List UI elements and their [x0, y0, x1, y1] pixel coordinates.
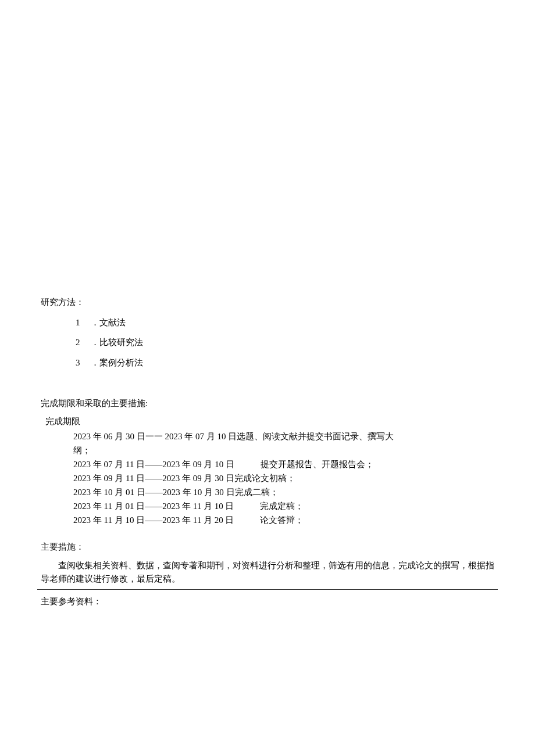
- list-item: 1．文献法: [76, 314, 494, 331]
- research-methods-list: 1．文献法 2．比较研究法 3．案例分析法: [41, 314, 494, 371]
- schedule-row: 2023 年 06 月 30 日一一 2023 年 07 月 10 日选题、阅读…: [73, 429, 494, 443]
- schedule-row: 2023 年 09 月 11 日——2023 年 09 月 30 日完成论文初稿…: [73, 471, 494, 485]
- schedule-row: 2023 年 07 月 11 日——2023 年 09 月 10 日 提交开题报…: [73, 457, 494, 471]
- schedule-row: 纲；: [73, 443, 494, 457]
- completion-heading: 完成期限和采取的主要措施:: [41, 395, 494, 412]
- completion-sub-heading: 完成期限: [41, 413, 494, 430]
- section-divider: [37, 589, 498, 590]
- main-measures-section: 主要措施： 查阅收集相关资料、数据，查阅专著和期刊，对资料进行分析和整理，筛选有…: [41, 539, 494, 586]
- references-heading: 主要参考资料：: [41, 593, 494, 610]
- list-item-number: 2: [76, 334, 91, 351]
- document-page: 研究方法： 1．文献法 2．比较研究法 3．案例分析法 完成期限和采取的主要措施…: [0, 0, 535, 610]
- list-item-number: 3: [76, 354, 91, 371]
- list-item-text: ．文献法: [91, 318, 126, 327]
- schedule-row: 2023 年 10 月 01 日——2023 年 10 月 30 日完成二稿；: [73, 485, 494, 499]
- schedule-row: 2023 年 11 月 01 日——2023 年 11 月 10 日 完成定稿；: [73, 499, 494, 513]
- references-section: 主要参考资料：: [41, 593, 494, 610]
- schedule-row: 2023 年 11 月 10 日——2023 年 11 月 20 日 论文答辩；: [73, 513, 494, 527]
- list-item-text: ．案例分析法: [91, 358, 143, 367]
- completion-deadline-section: 完成期限和采取的主要措施: 完成期限 2023 年 06 月 30 日一一 20…: [41, 395, 494, 527]
- main-measures-heading: 主要措施：: [41, 539, 494, 556]
- main-measures-body: 查阅收集相关资料、数据，查阅专著和期刊，对资料进行分析和整理，筛选有用的信息，完…: [41, 559, 494, 586]
- schedule-list: 2023 年 06 月 30 日一一 2023 年 07 月 10 日选题、阅读…: [73, 429, 494, 527]
- list-item: 3．案例分析法: [76, 354, 494, 371]
- research-methods-heading: 研究方法：: [41, 294, 494, 311]
- list-item-number: 1: [76, 314, 91, 331]
- list-item-text: ．比较研究法: [91, 338, 143, 347]
- list-item: 2．比较研究法: [76, 334, 494, 351]
